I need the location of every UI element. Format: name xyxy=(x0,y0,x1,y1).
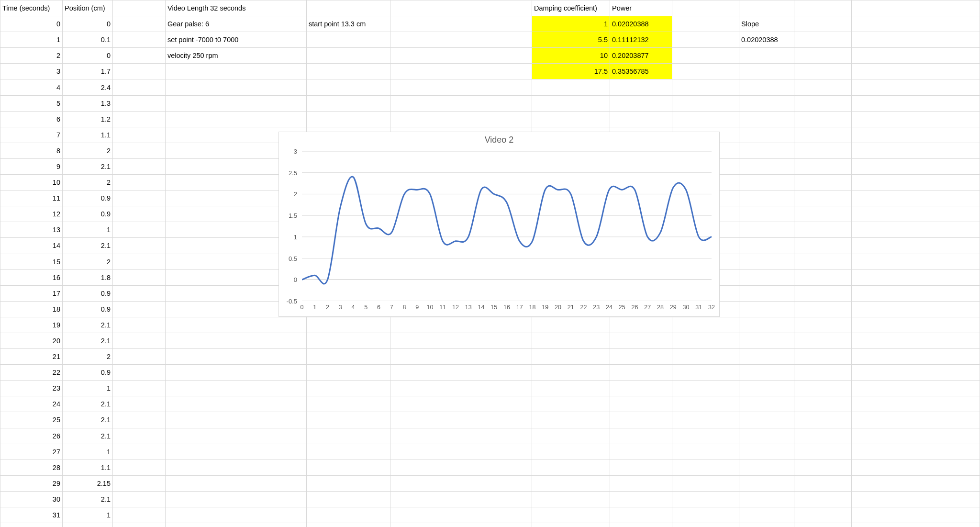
cell-time[interactable]: 29 xyxy=(0,475,63,491)
cell-time[interactable]: 19 xyxy=(0,317,63,333)
cell-time[interactable]: 23 xyxy=(0,381,63,396)
cell-time[interactable]: 2 xyxy=(0,48,63,64)
col-header-time[interactable]: Time (seconds) xyxy=(0,0,63,16)
cell-position[interactable]: 1.3 xyxy=(63,95,113,111)
cell-time[interactable]: 21 xyxy=(0,349,63,365)
cell-time[interactable]: 22 xyxy=(0,365,63,381)
cell-slope-value[interactable]: 0.02020388 xyxy=(739,32,794,48)
cell-position[interactable]: 1 xyxy=(63,222,113,238)
chart-x-tick: 3 xyxy=(339,304,342,311)
cell-damping[interactable]: 5.5 xyxy=(532,32,610,48)
cell-position[interactable]: 0.9 xyxy=(63,285,113,301)
cell-position[interactable]: 2.1 xyxy=(63,158,113,174)
cell-time[interactable]: 18 xyxy=(0,301,63,317)
cell-power[interactable]: 0.11112132 xyxy=(610,32,672,48)
chart-x-tick: 1 xyxy=(313,304,316,311)
note-start-point[interactable]: start point 13.3 cm xyxy=(307,16,390,32)
col-header-damping[interactable]: Damping coefficient) xyxy=(532,0,610,16)
cell-position[interactable]: 0.9 xyxy=(63,365,113,381)
cell-position[interactable]: 1.7 xyxy=(63,64,113,79)
note-velocity[interactable]: velocity 250 rpm xyxy=(166,48,307,64)
chart-plot-area xyxy=(302,151,712,301)
cell-time[interactable]: 6 xyxy=(0,111,63,127)
cell-position[interactable]: 0.1 xyxy=(63,32,113,48)
cell-time[interactable]: 27 xyxy=(0,444,63,460)
cell-position[interactable]: 2.1 xyxy=(63,317,113,333)
chart-x-tick: 23 xyxy=(593,304,600,311)
cell-position[interactable]: 2.1 xyxy=(63,396,113,412)
chart-x-tick: 15 xyxy=(490,304,497,311)
cell-time[interactable]: 13 xyxy=(0,222,63,238)
cell-time[interactable]: 11 xyxy=(0,191,63,206)
cell-position[interactable]: 2 xyxy=(63,349,113,365)
cell-position[interactable]: 1.1 xyxy=(63,460,113,475)
cell-time[interactable]: 16 xyxy=(0,269,63,285)
cell-time[interactable]: 10 xyxy=(0,175,63,191)
cell-position[interactable]: 2.1 xyxy=(63,333,113,348)
chart-x-tick: 25 xyxy=(619,304,625,311)
chart-x-tick: 8 xyxy=(403,304,406,311)
chart-x-tick: 24 xyxy=(606,304,612,311)
cell-time[interactable]: 25 xyxy=(0,412,63,428)
chart-x-tick: 31 xyxy=(695,304,702,311)
cell-position[interactable]: 2.1 xyxy=(63,491,113,507)
cell-position[interactable]: 2.15 xyxy=(63,475,113,491)
cell-position[interactable]: 1.2 xyxy=(63,111,113,127)
cell-time[interactable]: 12 xyxy=(0,206,63,222)
col-header-power[interactable]: Power xyxy=(610,0,672,16)
note-video-length[interactable]: Video Length 32 seconds xyxy=(166,0,307,16)
cell-time[interactable]: 28 xyxy=(0,460,63,475)
cell-damping[interactable]: 10 xyxy=(532,48,610,64)
cell-power[interactable]: 0.35356785 xyxy=(610,64,672,79)
cell-position[interactable]: 0.9 xyxy=(63,206,113,222)
note-gear-palse[interactable]: Gear palse: 6 xyxy=(166,16,307,32)
cell-time[interactable]: 5 xyxy=(0,95,63,111)
cell-time[interactable]: 32 xyxy=(0,523,63,527)
chart-x-tick: 20 xyxy=(555,304,561,311)
cell-power[interactable]: 0.20203877 xyxy=(610,48,672,64)
cell-time[interactable]: 9 xyxy=(0,158,63,174)
note-set-point[interactable]: set point -7000 t0 7000 xyxy=(166,32,307,48)
chart-x-axis-labels: 0123456789101112131415161718192021222324… xyxy=(302,304,712,313)
cell-time[interactable]: 1 xyxy=(0,32,63,48)
cell-position[interactable]: 1.8 xyxy=(63,269,113,285)
chart-y-tick: 2.5 xyxy=(289,169,297,176)
cell-time[interactable]: 26 xyxy=(0,428,63,444)
cell-time[interactable]: 14 xyxy=(0,238,63,254)
cell-time[interactable]: 24 xyxy=(0,396,63,412)
cell-time[interactable]: 20 xyxy=(0,333,63,348)
cell-position[interactable]: 1 xyxy=(63,523,113,527)
cell-position[interactable]: 0 xyxy=(63,16,113,32)
cell-position[interactable]: 0 xyxy=(63,48,113,64)
cell-position[interactable]: 0.9 xyxy=(63,191,113,206)
cell-time[interactable]: 7 xyxy=(0,127,63,143)
cell-position[interactable]: 1 xyxy=(63,381,113,396)
cell-position[interactable]: 0.9 xyxy=(63,301,113,317)
chart-y-tick: 3 xyxy=(294,148,297,155)
chart-video-2[interactable]: Video 2 -0.500.511.522.53 01234567891011… xyxy=(278,132,720,317)
cell-time[interactable]: 17 xyxy=(0,285,63,301)
cell-time[interactable]: 0 xyxy=(0,16,63,32)
cell-time[interactable]: 31 xyxy=(0,507,63,523)
cell-position[interactable]: 2 xyxy=(63,175,113,191)
cell-position[interactable]: 2.1 xyxy=(63,238,113,254)
cell-time[interactable]: 30 xyxy=(0,491,63,507)
cell-damping[interactable]: 17.5 xyxy=(532,64,610,79)
cell-damping[interactable]: 1 xyxy=(532,16,610,32)
chart-x-tick: 27 xyxy=(644,304,651,311)
cell-position[interactable]: 1.1 xyxy=(63,127,113,143)
cell-position[interactable]: 2.1 xyxy=(63,412,113,428)
cell-time[interactable]: 3 xyxy=(0,64,63,79)
cell-time[interactable]: 8 xyxy=(0,143,63,158)
col-header-slope[interactable]: Slope xyxy=(739,16,794,32)
cell-position[interactable]: 2.1 xyxy=(63,428,113,444)
cell-position[interactable]: 1 xyxy=(63,444,113,460)
col-header-position[interactable]: Position (cm) xyxy=(63,0,113,16)
cell-position[interactable]: 1 xyxy=(63,507,113,523)
cell-power[interactable]: 0.02020388 xyxy=(610,16,672,32)
cell-time[interactable]: 15 xyxy=(0,254,63,269)
cell-position[interactable]: 2 xyxy=(63,254,113,269)
cell-time[interactable]: 4 xyxy=(0,79,63,95)
cell-position[interactable]: 2.4 xyxy=(63,79,113,95)
cell-position[interactable]: 2 xyxy=(63,143,113,158)
